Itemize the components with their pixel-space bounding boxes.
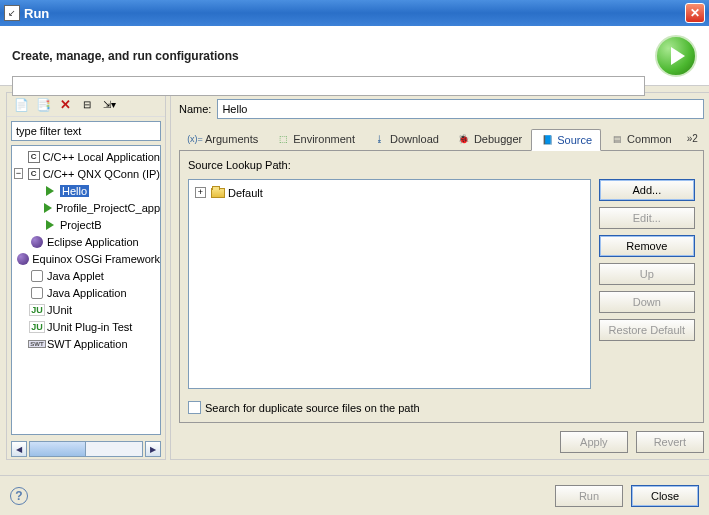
common-icon: ▤	[610, 132, 624, 146]
close-button[interactable]: Close	[631, 485, 699, 507]
tree-item-junit-plugin[interactable]: JU JUnit Plug-in Test	[12, 318, 160, 335]
titlebar: ↙ Run ✕	[0, 0, 709, 26]
tab-source[interactable]: 📘 Source	[531, 129, 601, 151]
eclipse-icon	[17, 253, 29, 265]
edit-button[interactable]: Edit...	[599, 207, 695, 229]
tree-hscrollbar[interactable]: ◀ ▶	[7, 439, 165, 459]
scroll-right-button[interactable]: ▶	[145, 441, 161, 457]
tree-item-projectb[interactable]: ProjectB	[12, 216, 160, 233]
source-icon: 📘	[540, 133, 554, 147]
tab-common[interactable]: ▤ Common	[601, 128, 681, 150]
config-tree[interactable]: C C/C++ Local Application − C C/C++ QNX …	[11, 145, 161, 435]
tab-environment[interactable]: ⬚ Environment	[267, 128, 364, 150]
delete-config-button[interactable]: ✕	[55, 95, 75, 115]
filter-dropdown-button[interactable]: ⇲▾	[99, 95, 119, 115]
tree-item-hello[interactable]: Hello	[12, 182, 160, 199]
window-icon: ↙	[4, 5, 20, 21]
tree-item-eclipse[interactable]: Eclipse Application	[12, 233, 160, 250]
tree-item-cpp-local[interactable]: C C/C++ Local Application	[12, 148, 160, 165]
junit-icon: JU	[29, 321, 45, 333]
java-icon	[31, 270, 43, 282]
tab-debugger[interactable]: 🐞 Debugger	[448, 128, 531, 150]
tree-item-junit[interactable]: JU JUnit	[12, 301, 160, 318]
launch-icon	[46, 186, 54, 196]
scroll-thumb[interactable]	[30, 442, 86, 456]
debugger-icon: 🐞	[457, 132, 471, 146]
eclipse-icon	[31, 236, 43, 248]
new-config-button[interactable]: 📄	[11, 95, 31, 115]
tab-download[interactable]: ⭳ Download	[364, 128, 448, 150]
tree-item-equinox[interactable]: Equinox OSGi Framework	[12, 250, 160, 267]
config-toolbar: 📄 📑 ✕ ⊟ ⇲▾	[7, 93, 165, 117]
filter-input[interactable]	[11, 121, 161, 141]
down-button[interactable]: Down	[599, 291, 695, 313]
search-duplicates-label: Search for duplicate source files on the…	[205, 402, 420, 414]
lookup-item-default[interactable]: + Default	[193, 184, 586, 201]
revert-button[interactable]: Revert	[636, 431, 704, 453]
tree-item-profile[interactable]: Profile_ProjectC_app	[12, 199, 160, 216]
run-icon	[655, 35, 697, 77]
arguments-icon: (x)=	[188, 132, 202, 146]
window-title: Run	[24, 6, 49, 21]
folder-icon	[211, 188, 225, 198]
search-duplicates-checkbox[interactable]	[188, 401, 201, 414]
junit-icon: JU	[29, 304, 45, 316]
config-tabstrip: (x)= Arguments ⬚ Environment ⭳ Download …	[179, 127, 704, 151]
source-tabpage: Source Lookup Path: + Default Add... Edi…	[179, 151, 704, 423]
tree-item-java-applet[interactable]: Java Applet	[12, 267, 160, 284]
play-glyph-icon	[671, 47, 685, 65]
duplicate-config-button[interactable]: 📑	[33, 95, 53, 115]
tree-item-swt[interactable]: SWT SWT Application	[12, 335, 160, 352]
right-panel: Name: (x)= Arguments ⬚ Environment ⭳ Dow…	[170, 92, 709, 460]
collapse-all-button[interactable]: ⊟	[77, 95, 97, 115]
remove-button[interactable]: Remove	[599, 235, 695, 257]
tab-overflow-button[interactable]: »2	[681, 131, 704, 146]
lookup-path-tree[interactable]: + Default	[188, 179, 591, 389]
help-button[interactable]: ?	[10, 487, 28, 505]
launch-icon	[46, 220, 54, 230]
add-button[interactable]: Add...	[599, 179, 695, 201]
window-close-button[interactable]: ✕	[685, 3, 705, 23]
launch-icon	[44, 203, 52, 213]
header-title: Create, manage, and run configurations	[12, 49, 239, 63]
tab-arguments[interactable]: (x)= Arguments	[179, 128, 267, 150]
name-input[interactable]	[217, 99, 703, 119]
scroll-left-button[interactable]: ◀	[11, 441, 27, 457]
footer: ? Run Close	[0, 475, 709, 515]
left-panel: 📄 📑 ✕ ⊟ ⇲▾ C C/C++ Local Application − C…	[6, 92, 166, 460]
download-icon: ⭳	[373, 132, 387, 146]
lookup-path-label: Source Lookup Path:	[188, 159, 695, 171]
tree-item-java-app[interactable]: Java Application	[12, 284, 160, 301]
restore-default-button[interactable]: Restore Default	[599, 319, 695, 341]
name-label: Name:	[179, 103, 211, 115]
java-icon	[31, 287, 43, 299]
run-button[interactable]: Run	[555, 485, 623, 507]
scroll-track[interactable]	[29, 441, 143, 457]
environment-icon: ⬚	[276, 132, 290, 146]
up-button[interactable]: Up	[599, 263, 695, 285]
expand-icon[interactable]: +	[195, 187, 206, 198]
collapse-icon[interactable]: −	[14, 168, 23, 179]
apply-button[interactable]: Apply	[560, 431, 628, 453]
header: Create, manage, and run configurations	[0, 26, 709, 86]
swt-icon: SWT	[28, 340, 45, 348]
tree-item-cpp-qnx[interactable]: − C C/C++ QNX QConn (IP)	[12, 165, 160, 182]
header-description-area	[12, 76, 645, 96]
